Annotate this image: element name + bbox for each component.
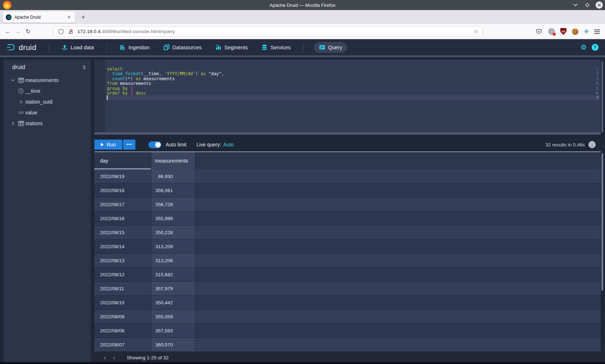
cookie-extension-icon[interactable] <box>572 28 578 35</box>
cell-day[interactable]: 2022/08/16 <box>94 211 151 225</box>
ublock-origin-icon[interactable]: UO <box>560 28 566 35</box>
sql-editor[interactable]: 1select2 time_format(__time, 'YYYY/MM/dd… <box>94 60 601 135</box>
reload-button[interactable]: ↻ <box>24 24 32 39</box>
chevron-down-icon[interactable] <box>9 78 17 82</box>
browser-toolbar: ← → ↻ 172.18.0.4:30899/unified-console.h… <box>0 24 605 39</box>
url-text[interactable]: 172.18.0.4:30899/unified-console.html#qu… <box>77 29 471 34</box>
prev-page-icon[interactable]: ‹ <box>100 353 109 363</box>
druid-brand[interactable]: druid <box>6 43 36 52</box>
tab-close-icon[interactable]: ✕ <box>66 15 72 20</box>
play-icon <box>101 143 104 146</box>
cell-measurements[interactable]: 313,209 <box>151 240 195 253</box>
nav-item-services[interactable]: Services <box>259 42 293 53</box>
column-header-measurements[interactable]: measurements <box>151 152 195 169</box>
run-button[interactable]: Run <box>94 140 122 150</box>
extension-icon[interactable] <box>548 28 555 35</box>
cell-measurements[interactable]: 355,999 <box>151 211 195 225</box>
menu-hamburger-icon[interactable] <box>594 28 600 35</box>
back-button[interactable]: ← <box>4 24 12 39</box>
editor-vertical-scrollbar[interactable] <box>601 61 603 132</box>
schema-selector[interactable]: druid <box>4 60 91 75</box>
table-row: 2022/08/09355,059 <box>94 310 601 324</box>
window-titlebar[interactable]: Apache Druid — Mozilla Firefox <box>0 0 605 10</box>
cell-measurements[interactable]: 313,206 <box>151 254 195 267</box>
table-row: 2022/08/1986,930 <box>94 169 601 183</box>
nav-item-query[interactable]: Query <box>314 42 348 53</box>
url-host: 172.18.0.4 <box>77 29 100 34</box>
insecure-lock-icon[interactable] <box>67 28 75 35</box>
tree-item---time[interactable]: __time <box>4 86 91 96</box>
nav-item-ingestion[interactable]: Ingestion <box>117 42 152 53</box>
tree-item-station-uuid[interactable]: Astation_uuid <box>4 96 91 107</box>
tracking-shield-icon[interactable] <box>57 28 64 35</box>
tree-item-stations[interactable]: stations <box>4 118 91 129</box>
line-number: 3 <box>590 76 599 81</box>
double-caret-icon[interactable] <box>83 65 86 69</box>
auto-limit-toggle[interactable] <box>148 141 161 148</box>
cell-day[interactable]: 2022/08/07 <box>94 338 151 351</box>
run-bar: Run ••• Auto limit Live query: Auto 32 r… <box>94 137 601 152</box>
cell-day[interactable]: 2022/08/10 <box>94 296 151 309</box>
forward-button[interactable]: → <box>14 24 22 39</box>
query-status: 32 results in 0.46s <box>545 142 585 147</box>
tree-item-label: station_uuid <box>25 99 53 105</box>
table-row: 2022/08/15350,228 <box>94 226 601 240</box>
column-header-day[interactable]: day <box>94 152 151 169</box>
tree-item-value[interactable]: 123value <box>4 107 91 118</box>
download-icon[interactable]: ↓ <box>588 141 596 148</box>
cell-day[interactable]: 2022/08/14 <box>94 240 151 253</box>
nav-item-load-data[interactable]: Load data <box>59 42 96 53</box>
line-number: 7 <box>590 95 599 100</box>
cell-measurements[interactable]: 357,593 <box>151 324 195 337</box>
editor-horizontal-scrollbar[interactable] <box>94 132 601 135</box>
window-close-icon[interactable] <box>596 1 603 9</box>
services-icon <box>261 44 268 50</box>
table-row: 2022/08/14313,209 <box>94 240 601 254</box>
tree-item-measurements[interactable]: measurements <box>4 75 91 86</box>
new-tab-button[interactable]: + <box>79 13 88 22</box>
cell-measurements[interactable]: 86,930 <box>151 169 195 183</box>
druid-logo-icon <box>6 43 16 52</box>
help-icon[interactable]: ? <box>592 44 599 51</box>
chevron-right-icon[interactable] <box>9 121 17 126</box>
cell-measurements[interactable]: 356,061 <box>151 183 195 197</box>
cell-day[interactable]: 2022/08/13 <box>94 254 151 267</box>
tree-item-label: measurements <box>25 77 59 83</box>
window-minimize-icon[interactable] <box>572 1 579 9</box>
cell-day[interactable]: 2022/08/09 <box>94 310 151 323</box>
schema-sidebar: druid measurements__timeAstation_uuid123… <box>4 60 91 364</box>
code-line-5: group by 1 <box>107 86 133 91</box>
nav-item-datasources[interactable]: Datasources <box>161 42 204 53</box>
run-more-button[interactable]: ••• <box>123 140 135 150</box>
line-number: 2 <box>590 71 599 76</box>
cell-day[interactable]: 2022/08/15 <box>94 226 151 239</box>
editor-cursor <box>107 95 108 100</box>
cell-day[interactable]: 2022/08/08 <box>94 324 151 337</box>
cell-day[interactable]: 2022/08/19 <box>94 169 151 183</box>
url-bar[interactable]: 172.18.0.4:30899/unified-console.html#qu… <box>53 26 483 37</box>
browser-tab[interactable]: Apache Druid ✕ <box>3 12 75 23</box>
nav-divider <box>107 44 107 51</box>
asterisk-extension-icon[interactable]: ✳ <box>584 28 589 35</box>
cell-measurements[interactable]: 350,228 <box>151 226 195 239</box>
cell-measurements[interactable]: 350,442 <box>151 296 195 309</box>
run-label: Run <box>107 142 116 147</box>
nav-item-segments[interactable]: Segments <box>213 42 250 53</box>
cell-measurements[interactable]: 315,682 <box>151 268 195 281</box>
results-vertical-scrollbar[interactable] <box>601 153 603 291</box>
pocket-icon[interactable] <box>535 28 543 35</box>
cell-day[interactable]: 2022/08/17 <box>94 197 151 211</box>
window-maximize-icon[interactable] <box>584 1 591 9</box>
cell-measurements[interactable]: 357,979 <box>151 282 195 295</box>
settings-gear-icon[interactable]: ⚙ <box>581 44 587 51</box>
editor-gutter <box>94 60 105 135</box>
cell-day[interactable]: 2022/08/11 <box>94 282 151 295</box>
cell-measurements[interactable]: 360,570 <box>151 338 195 351</box>
cell-measurements[interactable]: 355,059 <box>151 310 195 323</box>
bookmark-star-icon[interactable]: ☆ <box>474 28 479 35</box>
cell-measurements[interactable]: 356,728 <box>151 197 195 211</box>
cell-day[interactable]: 2022/08/18 <box>94 183 151 197</box>
live-query-value[interactable]: Auto <box>223 142 234 147</box>
cell-day[interactable]: 2022/08/12 <box>94 268 151 281</box>
next-page-icon[interactable]: › <box>109 353 119 363</box>
